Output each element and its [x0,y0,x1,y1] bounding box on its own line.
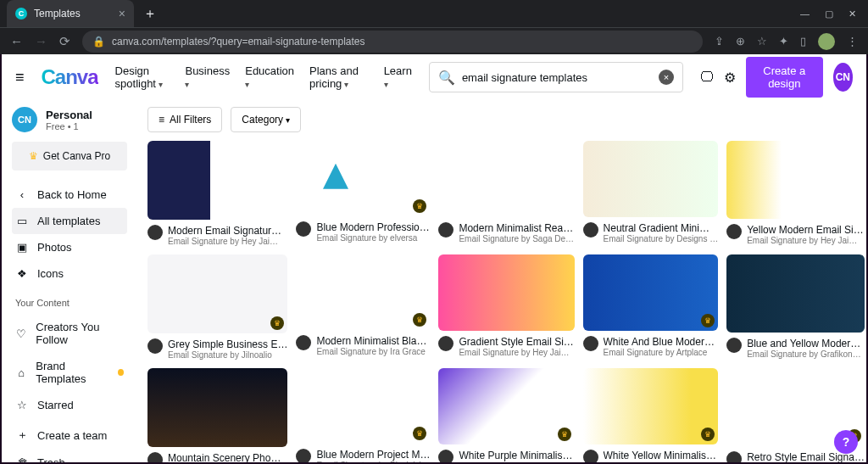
sidebar-item-back-to-home[interactable]: ‹Back to Home [12,182,127,208]
new-tab-button[interactable]: ＋ [139,3,161,25]
share-icon[interactable]: ⇪ [715,35,724,48]
template-thumbnail[interactable] [438,141,574,217]
menu-dots-icon[interactable]: ⋮ [847,35,858,48]
template-card[interactable]: Mountain Scenery Pho…Email Signature by … [147,368,287,462]
clear-search-icon[interactable]: × [659,70,674,85]
template-title: Blue Modern Professio… [316,221,430,233]
panel-icon[interactable]: ▯ [800,35,806,48]
template-title: White Yellow Minimalis… [604,450,719,461]
template-thumbnail[interactable] [583,141,719,217]
template-thumbnail[interactable] [726,141,865,219]
sidebar-item-starred[interactable]: ☆Starred [12,392,127,418]
address-bar[interactable]: 🔒 canva.com/templates/?query=email-signa… [82,31,703,53]
template-thumbnail[interactable]: ♛ [296,141,430,216]
menu-design-spotlight[interactable]: Design spotlight [115,64,170,90]
template-card[interactable]: ♛Blue Modern Professio…Email Signature b… [296,141,430,246]
template-thumbnail[interactable]: ♛ [296,254,430,330]
template-title: Yellow Modern Email Si… [747,224,865,236]
filters-icon: ≡ [159,114,164,126]
top-menu: Design spotlightBusinessEducationPlans a… [115,64,412,90]
reload-icon[interactable]: ⟳ [59,34,70,49]
pro-badge-icon: ♛ [270,316,284,330]
template-thumbnail[interactable] [726,254,865,333]
sidebar-icon: ☆ [15,399,29,411]
template-thumbnail[interactable]: ♛ [583,368,719,444]
template-thumbnail[interactable] [147,368,287,447]
sidebar-item-icons[interactable]: ❖Icons [12,260,127,287]
sidebar-item-trash[interactable]: 🗑Trash [12,450,127,462]
canva-logo[interactable]: Canva [42,65,98,89]
category-label: Category [242,114,289,126]
help-fab[interactable]: ? [834,430,858,454]
template-card[interactable]: Neutral Gradient Mini…Email Signature by… [583,141,719,246]
all-filters-chip[interactable]: ≡All Filters [147,107,222,132]
profile-avatar-icon[interactable] [818,33,835,50]
close-window-icon[interactable]: ✕ [849,8,856,20]
template-card[interactable]: Modern Minimalist Rea…Email Signature by… [438,141,574,246]
sidebar-user[interactable]: CN Personal Free • ⁠1 [12,107,127,132]
sidebar-user-meta: Free • ⁠1 [46,121,92,131]
template-card[interactable]: Yellow Modern Email Si…Email Signature b… [726,141,865,246]
sidebar-item-create-a-team[interactable]: ＋Create a team [12,421,127,450]
back-icon[interactable]: ← [10,34,23,48]
sidebar-item-creators-you-follow[interactable]: ♡Creators You Follow [12,314,127,353]
author-avatar [147,452,163,462]
sidebar-icon: ❖ [15,267,29,280]
template-card[interactable]: ♛White Yellow Minimalis…Email Signature … [583,368,719,462]
template-thumbnail[interactable] [147,141,287,220]
template-author: Email Signature by Hey Jai… [459,348,574,357]
sidebar-item-all-templates[interactable]: ▭All templates [12,208,127,234]
template-author: Email Signature by Hey Jai… [747,236,865,245]
close-tab-icon[interactable]: × [119,7,125,20]
template-card[interactable]: ♛White Purple Minimalis…Email Signature … [438,368,574,462]
forward-icon[interactable]: → [35,34,47,48]
create-design-button[interactable]: Create a design [746,57,823,98]
sidebar-item-brand-templates[interactable]: ⌂Brand Templates [12,353,127,392]
user-avatar[interactable]: CN [833,63,853,92]
template-thumbnail[interactable]: ♛ [583,254,719,331]
template-thumbnail[interactable]: ♛ [438,368,574,444]
browser-titlebar: C Templates × ＋ — ▢ ✕ [0,0,868,27]
template-thumbnail[interactable] [438,254,574,331]
sidebar-item-label: Icons [37,267,64,280]
desktop-icon[interactable]: 🖵 [700,69,714,86]
author-avatar [147,338,163,354]
author-avatar [726,224,742,239]
minimize-icon[interactable]: — [800,8,810,20]
star-icon[interactable]: ☆ [757,35,767,48]
search-box[interactable]: 🔍 × [429,62,683,92]
template-thumbnail[interactable]: ♛ [147,254,287,333]
author-avatar [296,221,311,237]
template-author: Email Signature by Pixelpick [316,461,430,462]
canva-favicon: C [15,8,27,20]
extensions-icon[interactable]: ✦ [779,35,788,48]
sidebar-item-label: Photos [37,241,71,254]
template-card[interactable]: ♛Grey Simple Business E…Email Signature … [147,254,287,360]
template-thumbnail[interactable]: ♛ [296,368,430,444]
app-root: ≡ Canva Design spotlightBusinessEducatio… [2,54,866,462]
menu-business[interactable]: Business [185,64,230,90]
settings-gear-icon[interactable]: ⚙ [724,69,736,86]
template-card[interactable]: ♛Blue Modern Project M…Email Signature b… [296,368,430,462]
template-card[interactable]: Gradient Style Email Si…Email Signature … [438,254,574,360]
maximize-icon[interactable]: ▢ [825,8,833,20]
zoom-icon[interactable]: ⊕ [736,35,745,48]
category-chip[interactable]: Category [231,107,300,132]
search-icon: 🔍 [438,70,455,86]
browser-tab[interactable]: C Templates × [7,0,134,27]
menu-learn[interactable]: Learn [384,64,412,90]
search-input[interactable] [462,71,652,84]
sidebar-item-photos[interactable]: ▣Photos [12,234,127,260]
crown-icon: ♛ [29,150,38,162]
template-card[interactable]: ♛Modern Minimalist Bla…Email Signature b… [296,254,430,360]
template-card[interactable]: Blue and Yellow Moder…Email Signature by… [726,254,865,360]
sidebar-item-label: Brand Templates [36,360,109,385]
sidebar-icon: ＋ [15,428,29,443]
sidebar-section-label: Your Content [15,298,127,308]
template-card[interactable]: ♛White And Blue Moder…Email Signature by… [583,254,719,360]
get-pro-button[interactable]: ♛Get Canva Pro [12,142,127,171]
menu-plans-and-pricing[interactable]: Plans and pricing [309,64,369,90]
template-card[interactable]: Modern Email Signatur…Email Signature by… [147,141,287,246]
hamburger-icon[interactable]: ≡ [15,69,25,87]
menu-education[interactable]: Education [245,64,294,90]
